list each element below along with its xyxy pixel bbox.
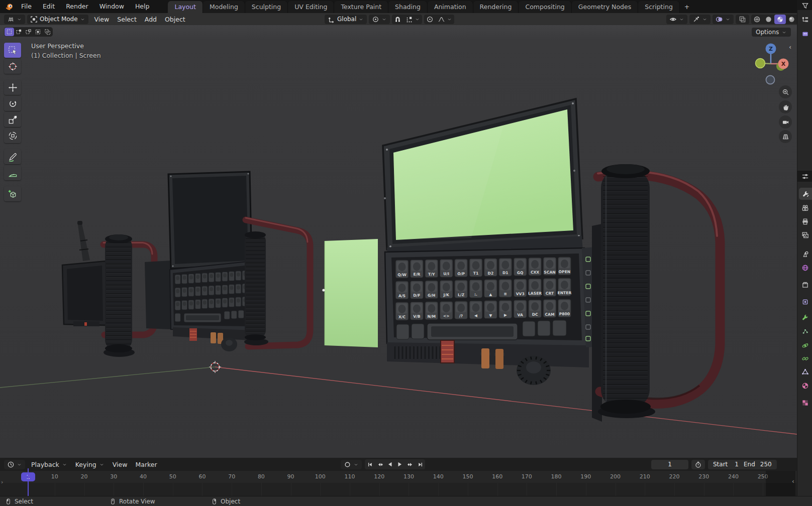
select-mode-set-button[interactable]: [5, 28, 14, 36]
scene-device-small[interactable]: [62, 221, 154, 357]
properties-tab-constraints[interactable]: [797, 352, 812, 364]
properties-sliders-icon[interactable]: [797, 170, 812, 182]
scene-device-medium[interactable]: [145, 172, 310, 351]
properties-tab-object[interactable]: [797, 296, 812, 308]
falloff-dropdown[interactable]: [436, 15, 454, 24]
filter-icon[interactable]: [797, 0, 812, 12]
zoom-icon[interactable]: [779, 85, 792, 98]
timeline-collapse-arrow[interactable]: ‹: [792, 478, 794, 485]
tool-annotate-button[interactable]: [4, 149, 21, 164]
shading-wireframe-button[interactable]: [751, 15, 763, 24]
select-mode-extend-button[interactable]: [14, 28, 24, 36]
tool-add-cube-button[interactable]: [4, 186, 21, 201]
auto-keying-button[interactable]: [341, 460, 362, 469]
tool-move-button[interactable]: [4, 80, 21, 95]
play-button[interactable]: [395, 459, 405, 469]
options-button[interactable]: Options: [752, 28, 791, 37]
timeline-menu-keying[interactable]: Keying: [71, 461, 109, 468]
xray-toggle-button[interactable]: [736, 15, 749, 24]
topbar-menu-render[interactable]: Render: [60, 0, 94, 13]
current-frame-field[interactable]: 1: [651, 460, 688, 469]
topbar-menu-file[interactable]: File: [16, 0, 37, 13]
workspace-tab-texture-paint[interactable]: Texture Paint: [334, 1, 388, 13]
jump-to-end-button[interactable]: [415, 459, 425, 469]
properties-tab-modifiers[interactable]: [797, 311, 812, 323]
overlays-dropdown[interactable]: [713, 15, 734, 24]
workspace-tab-compositing[interactable]: Compositing: [519, 1, 571, 13]
grid-ortho-icon[interactable]: [779, 130, 792, 143]
previous-keyframe-button[interactable]: [375, 459, 385, 469]
preview-range-button[interactable]: [691, 460, 705, 469]
transform-orientation-dropdown[interactable]: Global: [325, 15, 367, 24]
shading-solid-button[interactable]: [763, 15, 774, 24]
outliner-tree-icon[interactable]: [797, 14, 812, 26]
properties-tab-tool[interactable]: [799, 188, 812, 200]
properties-tab-world[interactable]: [797, 262, 812, 274]
scene-green-plane[interactable]: [322, 239, 378, 347]
properties-tab-material[interactable]: [797, 380, 812, 392]
tool-cursor-button[interactable]: [4, 59, 21, 74]
shading-rendered-button[interactable]: [786, 15, 797, 24]
play-reverse-button[interactable]: [385, 459, 395, 469]
properties-tab-view-layer[interactable]: [797, 229, 812, 241]
properties-tab-output[interactable]: [797, 215, 812, 227]
editor-type-button[interactable]: [4, 15, 25, 24]
next-keyframe-button[interactable]: [405, 459, 415, 469]
snap-target-dropdown[interactable]: [403, 15, 422, 24]
timeline-editor-type-button[interactable]: [4, 460, 25, 469]
properties-tab-collection[interactable]: [797, 279, 812, 291]
workspace-tab-shading[interactable]: Shading: [388, 1, 428, 13]
tool-scale-button[interactable]: [4, 112, 21, 127]
properties-tab-physics[interactable]: [797, 339, 812, 351]
workspace-tab-modeling[interactable]: Modeling: [203, 1, 245, 13]
pan-hand-icon[interactable]: [779, 100, 792, 113]
viewport-menu-add[interactable]: Add: [141, 16, 161, 23]
select-mode-subtract-button[interactable]: [24, 28, 33, 36]
add-workspace-button[interactable]: +: [680, 1, 694, 13]
properties-tab-texture[interactable]: [797, 397, 812, 409]
tool-measure-button[interactable]: [4, 165, 21, 180]
timeline-track-area[interactable]: [0, 483, 797, 496]
viewport-menu-view[interactable]: View: [90, 16, 114, 23]
properties-tab-object-data[interactable]: [797, 365, 812, 377]
pivot-point-dropdown[interactable]: [369, 15, 390, 24]
camera-view-icon[interactable]: [779, 115, 792, 129]
playhead-line[interactable]: [28, 468, 29, 496]
3d-viewport[interactable]: Q/W E/R T/Y U/I O/P T1 D2 D1 GQ CXX SCAN: [0, 25, 797, 458]
topbar-menu-window[interactable]: Window: [94, 0, 130, 13]
visibility-dropdown[interactable]: [666, 15, 687, 24]
workspace-tab-sculpting[interactable]: Sculpting: [245, 1, 288, 13]
scene-canvas[interactable]: Q/W E/R T/Y U/I O/P T1 D2 D1 GQ CXX SCAN: [0, 25, 797, 458]
tool-transform-button[interactable]: [4, 128, 21, 143]
tool-select-box-button[interactable]: [4, 43, 21, 58]
start-frame-field[interactable]: Start 1: [713, 461, 739, 468]
topbar-menu-edit[interactable]: Edit: [37, 0, 60, 13]
timeline-ruler[interactable]: 1 10203040506070809010011012013014015016…: [0, 471, 797, 483]
viewport-menu-select[interactable]: Select: [113, 16, 141, 23]
workspace-tab-uv-editing[interactable]: UV Editing: [288, 1, 334, 13]
shading-material-button[interactable]: [774, 15, 786, 24]
workspace-tab-animation[interactable]: Animation: [428, 1, 473, 13]
properties-tab-render[interactable]: [797, 202, 812, 214]
jump-to-start-button[interactable]: [365, 459, 375, 469]
select-mode-intersect-button[interactable]: [43, 28, 52, 36]
end-frame-field[interactable]: End 250: [744, 461, 772, 468]
workspace-tab-rendering[interactable]: Rendering: [473, 1, 519, 13]
proportional-editing-button[interactable]: [424, 15, 436, 24]
collection-icon[interactable]: [797, 28, 812, 40]
gizmos-dropdown[interactable]: [689, 15, 710, 24]
tool-rotate-button[interactable]: [4, 96, 21, 111]
workspace-tab-geometry-nodes[interactable]: Geometry Nodes: [572, 1, 638, 13]
snap-toggle-button[interactable]: [392, 15, 403, 24]
properties-tab-particles[interactable]: [797, 325, 812, 337]
viewport-menu-object[interactable]: Object: [161, 16, 189, 23]
navigation-gizmo[interactable]: Z X: [749, 39, 794, 89]
blender-logo-icon[interactable]: [0, 3, 16, 11]
select-mode-invert-button[interactable]: [33, 28, 43, 36]
timeline-menu-view[interactable]: View: [109, 461, 132, 468]
channel-expand-arrow[interactable]: ›: [1, 479, 3, 485]
timeline-menu-playback[interactable]: Playback: [27, 461, 71, 468]
scene-device-large[interactable]: Q/W E/R T/Y U/I O/P T1 D2 D1 GQ CXX SCAN: [383, 99, 720, 422]
properties-tab-scene[interactable]: [797, 248, 812, 260]
workspace-tab-layout[interactable]: Layout: [168, 1, 203, 13]
